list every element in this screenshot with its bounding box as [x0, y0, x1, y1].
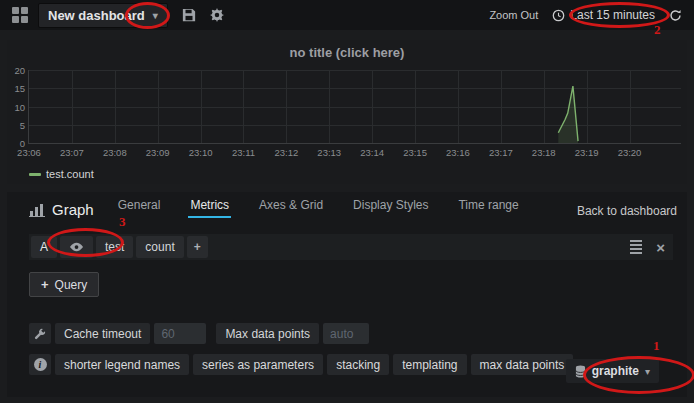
navbar-right: Zoom Out Last 15 minutes [489, 8, 686, 22]
gear-icon[interactable] [210, 8, 224, 22]
plot-area[interactable]: 2015105023:0623:0723:0823:0923:1023:1123… [28, 70, 681, 144]
zoom-out-button[interactable]: Zoom Out [489, 9, 538, 21]
back-to-dashboard-link[interactable]: Back to dashboard [577, 204, 677, 218]
query-row: A test count + × [29, 234, 673, 260]
legend-series-swatch[interactable] [29, 173, 41, 176]
query-row-actions: × [628, 238, 665, 256]
cache-timeout-label: Cache timeout [55, 323, 150, 344]
chevron-down-icon: ▾ [645, 366, 650, 377]
info-item-shorter-legend-names[interactable]: shorter legend names [55, 354, 189, 375]
time-range-label: Last 15 minutes [570, 8, 655, 22]
tab-metrics[interactable]: Metrics [188, 194, 231, 218]
chart: 2015105023:0623:0723:0823:0923:1023:1123… [28, 70, 681, 144]
tab-time-range[interactable]: Time range [456, 194, 520, 218]
chevron-down-icon: ▾ [153, 10, 158, 21]
datasource-label: graphite [592, 364, 639, 378]
add-query-label: Query [55, 278, 88, 292]
database-icon [575, 365, 586, 378]
graph-panel: no title (click here) 2015105023:0623:07… [7, 40, 687, 184]
dashboard-title: New dashboard [48, 8, 145, 23]
editor-panel-type: Graph [29, 201, 94, 218]
query-segment-test[interactable]: test [96, 236, 133, 258]
tab-general[interactable]: General [116, 194, 163, 218]
legend-series-label[interactable]: test.count [46, 168, 94, 180]
dashboard-title-dropdown[interactable]: New dashboard ▾ [38, 3, 168, 28]
plus-icon: + [41, 277, 49, 292]
datasource-row: graphite ▾ [566, 359, 659, 383]
cache-options-row: Cache timeout Max data points [29, 323, 687, 344]
info-item-series-as-parameters[interactable]: series as parameters [193, 354, 323, 375]
editor-tabs-row: Graph General Metrics Axes & Grid Displa… [7, 192, 687, 218]
query-ref-letter[interactable]: A [31, 236, 57, 258]
top-navbar: New dashboard ▾ Zoom Out Last 15 minutes [0, 0, 694, 30]
info-icon[interactable]: i [29, 354, 51, 375]
eye-icon[interactable] [60, 236, 93, 258]
wrench-icon[interactable] [29, 323, 51, 344]
max-data-points-input[interactable] [323, 323, 369, 344]
info-item-max-data-points[interactable]: max data points [471, 354, 574, 375]
datasource-dropdown[interactable]: graphite ▾ [566, 359, 659, 383]
panel-editor: Graph General Metrics Axes & Grid Displa… [7, 192, 687, 397]
query-menu-icon[interactable] [628, 238, 644, 256]
time-range-picker[interactable]: Last 15 minutes [552, 8, 655, 22]
info-item-stacking[interactable]: stacking [327, 354, 389, 375]
dashboards-grid-icon[interactable] [12, 7, 28, 23]
bar-chart-icon [29, 203, 45, 217]
query-segment-count[interactable]: count [136, 236, 183, 258]
max-data-points-label: Max data points [216, 323, 319, 344]
query-remove-icon[interactable]: × [656, 240, 665, 255]
app-root: New dashboard ▾ Zoom Out Last 15 minutes… [0, 0, 694, 403]
clock-icon [552, 9, 565, 22]
save-icon[interactable] [182, 8, 196, 22]
refresh-icon[interactable] [669, 9, 682, 22]
tab-axes-grid[interactable]: Axes & Grid [257, 194, 325, 218]
cache-timeout-input[interactable] [154, 323, 206, 344]
query-add-segment-icon[interactable]: + [187, 236, 208, 258]
panel-title[interactable]: no title (click here) [7, 40, 687, 68]
tab-display-styles[interactable]: Display Styles [351, 194, 430, 218]
add-query-button[interactable]: + Query [29, 272, 99, 297]
chart-legend: test.count [29, 168, 687, 180]
editor-panel-type-label: Graph [52, 201, 94, 218]
info-item-templating[interactable]: templating [393, 354, 466, 375]
